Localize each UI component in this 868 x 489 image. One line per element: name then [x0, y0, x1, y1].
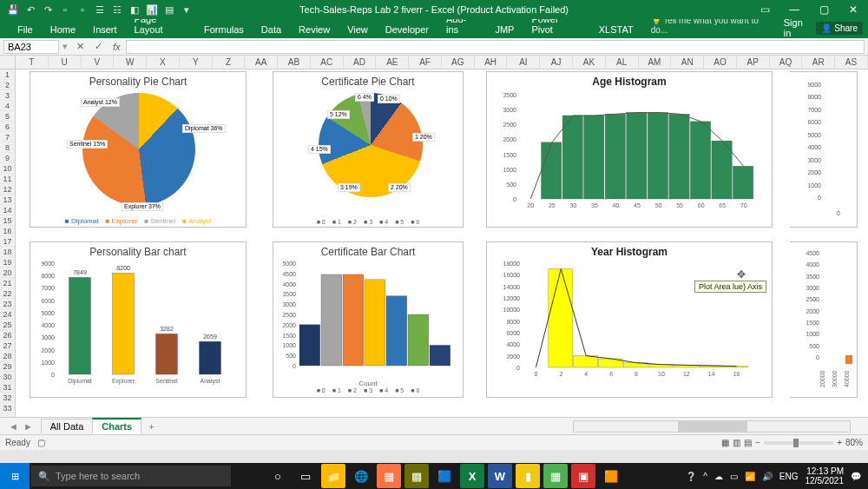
app-icon[interactable]: ▮: [516, 464, 540, 488]
cancel-icon[interactable]: ✕: [71, 41, 89, 52]
chart-legend: Diplomat Explorer Sentinel Analyst: [30, 217, 246, 225]
tab-file[interactable]: File: [9, 21, 42, 38]
language-indicator[interactable]: ENG: [779, 472, 799, 481]
notifications-icon[interactable]: 💬: [851, 472, 861, 481]
column-headers[interactable]: TUVWXYZAAABACADAEAFAGAHAIAJAKALAMANAOAPA…: [0, 56, 868, 69]
app-icon[interactable]: ▦: [377, 464, 401, 488]
view-normal-icon[interactable]: ▦: [721, 438, 729, 447]
enter-icon[interactable]: ✓: [89, 41, 108, 52]
tab-insert[interactable]: Insert: [84, 21, 126, 38]
app-icon[interactable]: ▣: [571, 464, 595, 488]
chart-year-histogram[interactable]: Year Histogram 0200040006000800010000120…: [486, 241, 773, 398]
formula-input[interactable]: [126, 40, 865, 54]
task-view-icon[interactable]: ▭: [293, 464, 318, 488]
tab-developer[interactable]: Developer: [377, 21, 437, 38]
name-box[interactable]: BA23: [3, 40, 59, 54]
tab-xlstat[interactable]: XLSTAT: [590, 21, 642, 38]
chart-fragment-bottom[interactable]: 050010001500200025003000350040004500 200…: [790, 241, 858, 398]
view-page-icon[interactable]: ▥: [733, 438, 740, 447]
start-button[interactable]: ⊞: [0, 463, 30, 489]
system-tray[interactable]: ❔ ^ ☁ ▭ 📶 🔊 ENG 12:13 PM 12/5/2021 💬: [686, 466, 868, 486]
chart-legend: 0123456: [273, 387, 463, 393]
maximize-button[interactable]: ▢: [809, 0, 838, 19]
slice-label: Explorer 37%: [122, 202, 163, 211]
qat-icon[interactable]: ▫: [76, 3, 89, 16]
sheet-nav[interactable]: ◄►: [0, 421, 42, 432]
chart-personality-bar[interactable]: Personality Bar chart 010002000300040005…: [30, 241, 247, 398]
next-sheet-icon[interactable]: ►: [23, 421, 33, 432]
svg-text:6000: 6000: [807, 119, 821, 125]
undo-icon[interactable]: ↶: [24, 3, 36, 16]
tab-formulas[interactable]: Formulas: [195, 21, 253, 38]
share-button[interactable]: 👤 Share: [816, 22, 863, 35]
slice-label: 3 19%: [338, 183, 360, 192]
fx-icon[interactable]: fx: [108, 42, 126, 52]
word-app-icon[interactable]: W: [488, 464, 512, 488]
chart-personality-pie[interactable]: Personality Pie Chart Analyst 12% Diplom…: [30, 71, 247, 228]
volume-icon[interactable]: 🔊: [762, 472, 773, 481]
tray-icon[interactable]: ❔: [686, 472, 696, 481]
sheet-tab-charts[interactable]: Charts: [92, 418, 141, 434]
zoom-slider[interactable]: [764, 441, 833, 445]
app-icon[interactable]: 🟦: [432, 464, 457, 488]
app-icon[interactable]: 🟧: [599, 464, 623, 488]
qat-icon[interactable]: 📊: [146, 3, 158, 16]
worksheet-area[interactable]: Personality Pie Chart Analyst 12% Diplom…: [16, 69, 868, 417]
wifi-icon[interactable]: 📶: [745, 472, 755, 481]
chart-fragment-top[interactable]: 0100020003000400050006000700080009000 0: [790, 71, 858, 228]
qat-icon[interactable]: ☷: [111, 3, 123, 16]
horizontal-scrollbar[interactable]: [573, 420, 851, 433]
chart-title: Personality Bar chart: [30, 242, 246, 258]
svg-text:30000: 30000: [832, 370, 838, 387]
excel-app-icon[interactable]: X: [460, 464, 484, 488]
prev-sheet-icon[interactable]: ◄: [9, 421, 18, 432]
svg-text:2000: 2000: [506, 354, 520, 360]
tray-chevron-icon[interactable]: ^: [703, 472, 707, 481]
row-headers[interactable]: 1234567891011121314151617181920212223242…: [0, 69, 16, 417]
ribbon-options-icon[interactable]: ▭: [750, 0, 779, 19]
app-icon[interactable]: ▦: [543, 464, 568, 488]
sheet-tab-all-data[interactable]: All Data: [41, 419, 94, 433]
zoom-out-icon[interactable]: −: [755, 438, 760, 447]
select-all-corner[interactable]: [0, 56, 16, 69]
svg-text:5000: 5000: [282, 261, 296, 267]
clock-time[interactable]: 12:13 PM: [806, 466, 845, 476]
svg-text:4000: 4000: [41, 322, 55, 328]
title-bar: 💾 ↶ ↷ ▫ ▫ ☰ ☷ ◧ 📊 ▤ ▾ Tech-Sales-Reps La…: [0, 0, 868, 19]
tab-review[interactable]: Review: [290, 21, 339, 38]
chart-certificate-bar[interactable]: Certificate Bar Chart 050010001500200025…: [273, 241, 464, 398]
sign-in-link[interactable]: Sign in: [784, 17, 812, 38]
qat-icon[interactable]: ▫: [59, 3, 71, 16]
app-icon[interactable]: 🌐: [349, 464, 373, 488]
save-icon[interactable]: 💾: [7, 3, 19, 16]
app-icon[interactable]: ▩: [404, 464, 429, 488]
tab-data[interactable]: Data: [253, 21, 290, 38]
qat-icon[interactable]: ▤: [163, 3, 175, 16]
svg-text:1000: 1000: [41, 360, 55, 366]
chart-certificate-pie[interactable]: Certificate Pie Chart 0 10% 1 20% 2 20% …: [273, 71, 464, 228]
windows-taskbar: ⊞ 🔍 Type here to search ○ ▭ 📁 🌐 ▦ ▩ 🟦 X …: [0, 463, 868, 489]
tab-jmp[interactable]: JMP: [486, 21, 523, 38]
battery-icon[interactable]: ▭: [730, 472, 738, 481]
svg-text:3000: 3000: [807, 157, 821, 163]
chart-age-histogram[interactable]: Age Histogram 05001000150020002500300035…: [486, 71, 773, 228]
redo-icon[interactable]: ↷: [42, 3, 54, 16]
namebox-dropdown-icon[interactable]: ▾: [59, 41, 71, 52]
tab-view[interactable]: View: [339, 21, 377, 38]
tray-icon[interactable]: ☁: [714, 472, 723, 481]
tab-home[interactable]: Home: [42, 21, 84, 38]
new-sheet-button[interactable]: +: [141, 421, 161, 432]
close-button[interactable]: ✕: [838, 0, 868, 19]
zoom-in-icon[interactable]: +: [837, 438, 842, 447]
view-break-icon[interactable]: ▤: [744, 438, 752, 447]
macro-record-icon[interactable]: ▢: [37, 438, 45, 447]
app-icon[interactable]: 📁: [321, 464, 345, 488]
qat-icon[interactable]: ☰: [94, 3, 106, 16]
cortana-icon[interactable]: ○: [266, 464, 290, 488]
taskbar-search[interactable]: 🔍 Type here to search: [31, 466, 231, 486]
minimize-button[interactable]: —: [779, 0, 809, 19]
qat-icon[interactable]: ◧: [128, 3, 141, 16]
zoom-level[interactable]: 80%: [845, 438, 863, 447]
qat-more-icon[interactable]: ▾: [181, 3, 193, 16]
clock-date[interactable]: 12/5/2021: [806, 476, 845, 486]
